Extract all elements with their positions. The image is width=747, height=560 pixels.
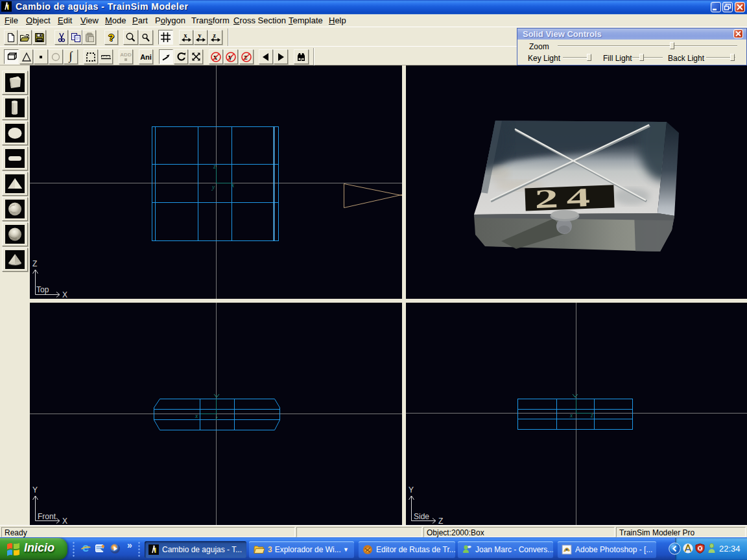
svg-text:x: x xyxy=(569,412,573,419)
svg-text:X: X xyxy=(62,517,67,525)
svg-text:y: y xyxy=(198,32,202,39)
svg-text:Side: Side xyxy=(414,512,429,521)
svg-text:x: x xyxy=(184,32,187,39)
svg-text:X: X xyxy=(62,290,67,299)
svg-text:x: x xyxy=(195,413,198,419)
svg-text:y: y xyxy=(211,184,215,191)
svg-text:z: z xyxy=(215,415,218,421)
svg-text:z: z xyxy=(213,163,216,170)
svg-text:24: 24 xyxy=(534,182,599,214)
svg-text:z: z xyxy=(590,412,593,419)
svg-text:x: x xyxy=(231,182,235,189)
svg-text:z: z xyxy=(213,32,216,39)
svg-text:Y: Y xyxy=(409,485,414,495)
svg-text:Y: Y xyxy=(32,485,38,495)
svg-text:Z: Z xyxy=(32,259,37,268)
svg-text:Front: Front xyxy=(38,512,56,521)
svg-text:Z: Z xyxy=(438,517,443,525)
svg-text:Top: Top xyxy=(36,285,49,294)
